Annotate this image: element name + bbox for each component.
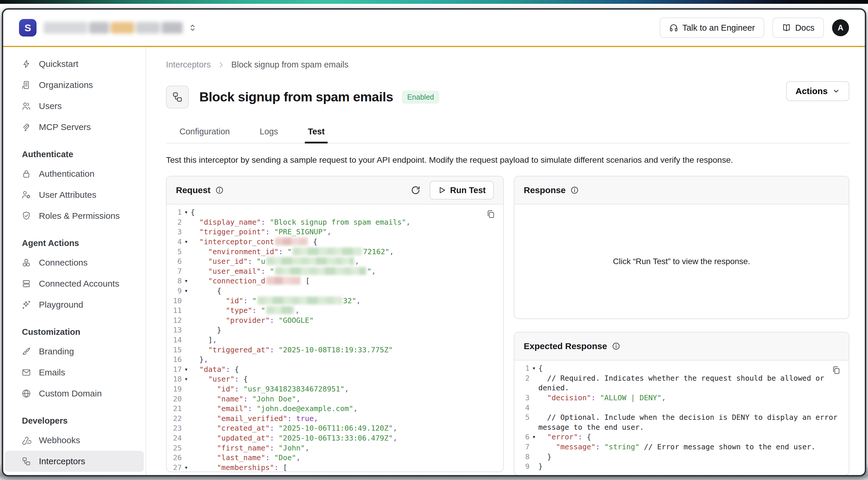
code-text: "decision": "ALLOW | DENY", <box>538 393 842 403</box>
fold-caret-icon[interactable]: ▾ <box>530 363 538 373</box>
line-number: 25 <box>166 443 182 453</box>
fold-caret-icon[interactable]: ▾ <box>182 207 191 217</box>
app-window: S Talk to an Engineer Docs <box>2 8 866 477</box>
sidebar-item-users[interactable]: Users <box>3 96 146 117</box>
fold-caret-empty <box>182 227 191 237</box>
fold-caret-empty <box>182 306 191 316</box>
talk-to-engineer-label: Talk to an Engineer <box>682 23 755 33</box>
sidebar-item-playground[interactable]: Playground <box>3 294 146 315</box>
sidebar-section-header: Customization <box>3 319 146 341</box>
code-text: "last_name": "Doe", <box>191 453 301 463</box>
sidebar-item-connections[interactable]: Connections <box>3 252 146 273</box>
tab-test[interactable]: Test <box>307 123 326 143</box>
fold-caret-empty <box>530 403 538 413</box>
code-text: "memberships": [ <box>191 463 287 472</box>
fold-caret-empty <box>530 452 538 462</box>
breadcrumb-parent[interactable]: Interceptors <box>166 60 211 69</box>
code-text: "environment_id": "72162", <box>191 247 394 257</box>
sidebar-item-user-attributes[interactable]: User Attributes <box>3 184 146 205</box>
interceptor-icon <box>21 456 31 466</box>
redacted-value <box>266 306 294 314</box>
breadcrumb: Interceptors Block signup from spam emai… <box>166 60 849 69</box>
docs-button[interactable]: Docs <box>772 18 824 38</box>
fold-caret-icon[interactable]: ▾ <box>182 374 191 384</box>
expected-response-panel: Expected Response 1▾{2 // Required. Indi… <box>514 332 849 476</box>
fold-caret-empty <box>182 325 191 335</box>
sidebar-item-webhooks[interactable]: Webhooks <box>3 430 146 451</box>
workspace-name-redacted[interactable] <box>43 21 183 35</box>
copy-icon[interactable] <box>486 209 496 219</box>
request-code-editor[interactable]: 1▾{2 "display_name": "Block signup from … <box>166 204 503 472</box>
info-icon[interactable] <box>570 186 579 195</box>
sidebar-item-label: Users <box>39 101 62 111</box>
avatar-letter: A <box>838 23 843 32</box>
top-bar-actions: Talk to an Engineer Docs A <box>660 18 849 38</box>
line-number: 4 <box>515 403 530 413</box>
code-text: "email_verified": true, <box>191 414 318 424</box>
building-icon <box>21 80 31 90</box>
code-text: } <box>538 461 842 472</box>
user-avatar[interactable]: A <box>832 19 849 36</box>
fold-caret-empty <box>182 443 191 453</box>
tab-logs[interactable]: Logs <box>259 123 279 143</box>
line-number: 21 <box>166 404 182 414</box>
top-bar: S Talk to an Engineer Docs <box>3 10 865 47</box>
copy-icon[interactable] <box>831 365 841 375</box>
code-line: 26 "last_name": "Doe", <box>166 453 503 463</box>
run-test-button[interactable]: Run Test <box>430 181 494 199</box>
redaction-block <box>136 22 160 34</box>
fold-caret-icon[interactable]: ▾ <box>182 463 191 472</box>
fold-caret-icon[interactable]: ▾ <box>182 364 191 375</box>
sidebar-item-auth-logs[interactable]: Auth Logs <box>3 472 146 475</box>
line-number: 20 <box>166 394 182 404</box>
expected-response-code[interactable]: 1▾{2 // Required. Indicates whether the … <box>515 360 849 475</box>
line-number: 12 <box>166 316 182 325</box>
workspace-switcher-icon[interactable] <box>188 23 197 32</box>
line-number: 2 <box>515 373 530 393</box>
info-icon[interactable] <box>215 186 224 195</box>
sidebar-item-interceptors[interactable]: Interceptors <box>5 451 144 472</box>
response-panel: Response Click “Run Test” to view the re… <box>514 176 849 319</box>
fold-caret-icon[interactable]: ▾ <box>182 286 191 296</box>
sidebar-item-custom-domain[interactable]: Custom Domain <box>3 383 146 404</box>
code-text: } <box>538 452 842 462</box>
sidebar-item-organizations[interactable]: Organizations <box>3 74 146 96</box>
line-number: 9 <box>166 286 182 296</box>
code-line: 17▾ "data": { <box>166 364 503 375</box>
workspace-logo[interactable]: S <box>19 19 36 36</box>
sidebar-item-mcp-servers[interactable]: MCP Servers <box>3 117 146 138</box>
code-line: 24 "updated_at": "2025-10-06T13:33:06.47… <box>166 433 503 443</box>
info-icon[interactable] <box>612 342 620 351</box>
reset-request-icon[interactable] <box>410 185 421 195</box>
sidebar-item-label: Playground <box>39 300 83 310</box>
sidebar-item-quickstart[interactable]: Quickstart <box>3 54 146 74</box>
sidebar-item-label: Quickstart <box>39 59 78 69</box>
fold-caret-empty <box>182 384 191 394</box>
talk-to-engineer-button[interactable]: Talk to an Engineer <box>660 18 764 38</box>
code-line: 7 "message": "string" // Error message s… <box>515 442 849 452</box>
line-number: 6 <box>166 257 182 266</box>
sidebar-item-emails[interactable]: Emails <box>3 362 146 383</box>
tab-bar: ConfigurationLogsTest <box>166 123 849 143</box>
sidebar-item-branding[interactable]: Branding <box>3 341 146 362</box>
sidebar-item-roles-permissions[interactable]: Roles & Permissions <box>3 205 146 226</box>
line-number: 1 <box>515 363 530 373</box>
tab-configuration[interactable]: Configuration <box>178 123 231 143</box>
fold-caret-icon[interactable]: ▾ <box>182 276 191 286</box>
fold-caret-icon[interactable]: ▾ <box>530 432 538 442</box>
fold-caret-empty <box>182 414 191 424</box>
fold-caret-empty <box>182 355 191 364</box>
sidebar-item-label: User Attributes <box>39 190 96 200</box>
actions-button[interactable]: Actions <box>786 81 849 101</box>
expected-response-title: Expected Response <box>524 341 607 351</box>
code-text <box>538 403 842 413</box>
code-text: "id": "usr_93418238346728951", <box>191 384 349 394</box>
code-line: 2 "display_name": "Block signup from spa… <box>166 217 503 227</box>
line-number: 24 <box>166 433 182 443</box>
code-text: "updated_at": "2025-10-06T13:33:06.479Z"… <box>191 433 397 443</box>
code-text: "id": "32", <box>191 296 361 306</box>
sidebar-item-connected-accounts[interactable]: Connected Accounts <box>3 273 146 294</box>
line-number: 10 <box>166 296 182 306</box>
sidebar-item-authentication[interactable]: Authentication <box>3 163 146 184</box>
fold-caret-icon[interactable]: ▾ <box>182 237 191 247</box>
